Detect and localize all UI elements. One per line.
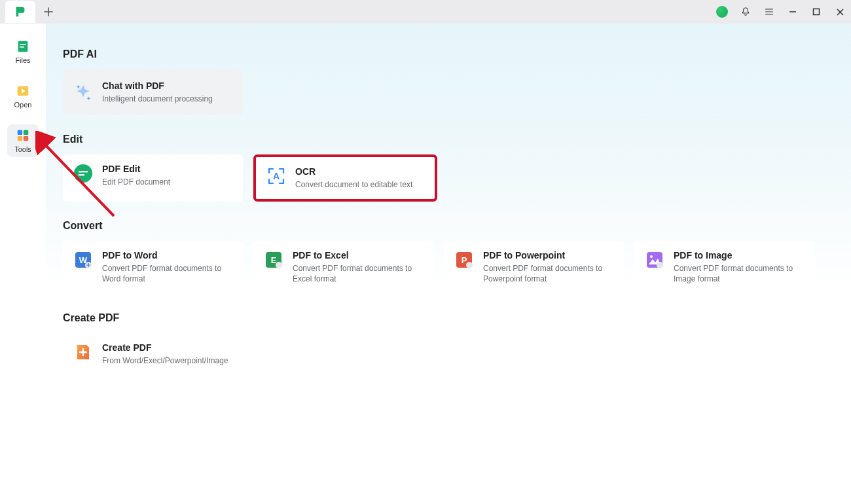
card-create-pdf[interactable]: Create PDF From Word/Execl/Powerpoint/Im… [63, 333, 243, 379]
ai-sparkle-icon [73, 82, 93, 102]
plus-icon [44, 7, 53, 16]
maximize-button[interactable] [810, 6, 822, 18]
excel-icon: E [264, 250, 283, 270]
svg-rect-9 [24, 136, 28, 141]
sidebar-item-label: Tools [14, 145, 31, 153]
titlebar [0, 0, 851, 24]
user-avatar[interactable] [716, 6, 728, 18]
card-pdf-to-powerpoint[interactable]: P PDF to Powerpoint Convert PDF format d… [444, 241, 624, 293]
main-content: PDF AI Chat with PDF Intelligent documen… [46, 24, 851, 504]
powerpoint-icon: P [454, 250, 474, 270]
card-ocr[interactable]: A OCR Convert document to editable text [253, 154, 437, 202]
section-title-create: Create PDF [63, 312, 834, 324]
card-title: PDF to Powerpoint [483, 250, 613, 261]
titlebar-left [5, 1, 56, 23]
svg-text:E: E [271, 255, 277, 265]
card-desc: Convert PDF format documents to Word for… [102, 263, 232, 284]
sidebar-item-open[interactable]: Open [7, 80, 39, 113]
section-title-convert: Convert [63, 220, 834, 232]
active-tab[interactable] [5, 1, 35, 23]
sidebar-item-label: Open [14, 101, 32, 109]
card-pdf-to-excel[interactable]: E PDF to Excel Convert PDF format docume… [253, 241, 433, 293]
svg-rect-11 [79, 171, 88, 172]
card-pdf-to-word[interactable]: W PDF to Word Convert PDF format documen… [63, 241, 243, 293]
svg-point-26 [657, 262, 663, 268]
titlebar-right [716, 6, 846, 18]
svg-point-10 [74, 164, 92, 183]
app-logo-icon [13, 5, 27, 19]
ocr-scan-icon: A [266, 166, 286, 186]
card-desc: Convert PDF format documents to Excel fo… [293, 263, 423, 284]
svg-rect-3 [20, 46, 24, 48]
card-pdf-edit[interactable]: PDF Edit Edit PDF document [63, 154, 243, 202]
card-title: PDF to Word [102, 250, 232, 261]
notification-bell-icon[interactable] [740, 6, 751, 18]
card-desc: From Word/Execl/Powerpoint/Image [102, 355, 228, 366]
tools-grid-icon [16, 128, 30, 143]
card-title: Chat with PDF [102, 81, 213, 91]
sidebar: Files Open Tools [0, 24, 46, 504]
files-icon [16, 39, 30, 54]
sidebar-item-label: Files [15, 56, 30, 64]
svg-rect-0 [814, 9, 820, 15]
new-tab-button[interactable] [41, 4, 56, 20]
sidebar-item-tools[interactable]: Tools [7, 124, 39, 157]
card-title: PDF to Excel [293, 250, 423, 261]
card-title: PDF Edit [102, 164, 170, 174]
card-title: Create PDF [102, 342, 228, 353]
card-desc: Convert PDF format documents to Image fo… [674, 263, 804, 284]
section-title-edit: Edit [63, 134, 834, 145]
image-icon [645, 250, 664, 270]
svg-rect-12 [79, 174, 84, 175]
pdf-edit-icon [73, 164, 93, 183]
svg-point-25 [650, 255, 653, 258]
svg-rect-6 [18, 130, 22, 135]
card-pdf-to-image[interactable]: PDF to Image Convert PDF format document… [634, 241, 814, 293]
create-pdf-icon [73, 342, 93, 362]
svg-text:A: A [273, 171, 280, 181]
hamburger-menu-icon[interactable] [763, 6, 775, 18]
card-desc: Convert PDF format documents to Powerpoi… [483, 263, 613, 284]
section-title-pdf-ai: PDF AI [63, 48, 834, 60]
sidebar-item-files[interactable]: Files [7, 35, 39, 68]
svg-rect-2 [20, 44, 26, 45]
card-title: OCR [295, 166, 412, 177]
svg-point-19 [276, 262, 282, 268]
svg-point-22 [466, 262, 473, 268]
svg-rect-7 [24, 130, 28, 135]
card-desc: Edit PDF document [102, 177, 170, 187]
card-desc: Intelligent document processing [102, 94, 213, 104]
svg-rect-8 [18, 136, 22, 141]
svg-text:P: P [462, 255, 467, 265]
minimize-button[interactable] [787, 6, 799, 18]
card-chat-with-pdf[interactable]: Chat with PDF Intelligent document proce… [63, 69, 243, 115]
open-folder-icon [16, 84, 30, 98]
card-title: PDF to Image [674, 250, 804, 261]
card-desc: Convert document to editable text [295, 179, 412, 190]
word-icon: W [73, 250, 93, 270]
close-button[interactable] [834, 6, 846, 18]
